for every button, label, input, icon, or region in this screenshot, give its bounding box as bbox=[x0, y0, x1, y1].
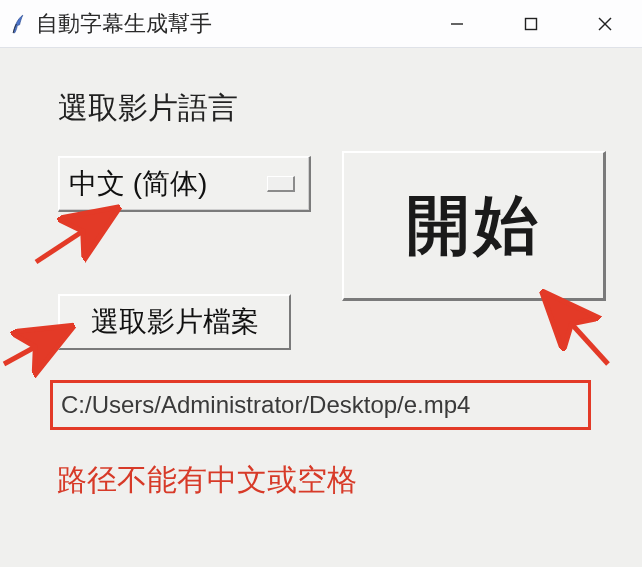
start-button-label: 開始 bbox=[406, 182, 542, 269]
language-selected-value: 中文 (简体) bbox=[69, 165, 207, 203]
file-path-display: C:/Users/Administrator/Desktop/e.mp4 bbox=[50, 380, 591, 430]
start-button[interactable]: 開始 bbox=[342, 151, 606, 301]
file-path-text: C:/Users/Administrator/Desktop/e.mp4 bbox=[61, 391, 470, 419]
app-feather-icon bbox=[10, 11, 30, 37]
titlebar: 自動字幕生成幫手 bbox=[0, 0, 642, 48]
svg-line-4 bbox=[36, 212, 112, 262]
maximize-button[interactable] bbox=[494, 0, 568, 47]
language-label: 選取影片語言 bbox=[58, 88, 238, 129]
client-area: 選取影片語言 中文 (简体) 開始 選取影片檔案 C:/Users/Admini… bbox=[0, 48, 642, 567]
svg-line-5 bbox=[4, 330, 66, 364]
pick-file-button[interactable]: 選取影片檔案 bbox=[58, 294, 291, 350]
window-title: 自動字幕生成幫手 bbox=[36, 9, 212, 39]
svg-line-6 bbox=[548, 298, 608, 364]
path-warning-text: 路径不能有中文或空格 bbox=[57, 460, 357, 501]
pick-file-label: 選取影片檔案 bbox=[91, 303, 259, 341]
language-dropdown[interactable]: 中文 (简体) bbox=[58, 156, 311, 212]
minimize-button[interactable] bbox=[420, 0, 494, 47]
svg-rect-1 bbox=[526, 18, 537, 29]
close-button[interactable] bbox=[568, 0, 642, 47]
dropdown-handle-icon bbox=[267, 176, 295, 192]
